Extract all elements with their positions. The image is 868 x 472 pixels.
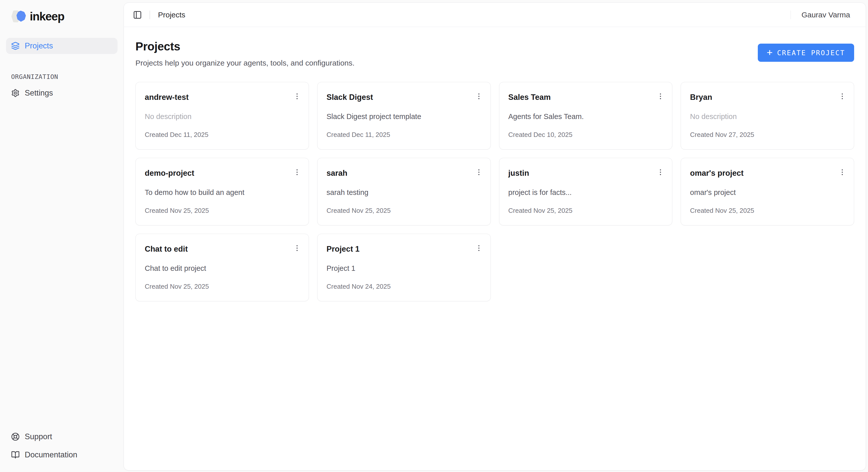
life-buoy-icon xyxy=(11,433,20,441)
project-card[interactable]: Chat to edit Chat to edit project Create… xyxy=(135,234,309,301)
project-card-header: andrew-test xyxy=(145,93,300,102)
page-header-text: Projects Projects help you organize your… xyxy=(135,39,354,67)
project-created-date: Created Nov 25, 2025 xyxy=(508,207,663,215)
project-description: Agents for Sales Team. xyxy=(508,113,663,121)
project-created-date: Created Dec 11, 2025 xyxy=(145,131,300,139)
project-card-header: demo-project xyxy=(145,169,300,178)
sidebar-item-label: Settings xyxy=(25,89,53,98)
project-title: omar's project xyxy=(690,169,743,178)
page-title: Projects xyxy=(135,39,354,53)
project-card[interactable]: Slack Digest Slack Digest project templa… xyxy=(317,82,491,150)
brand-wordmark: inkeep xyxy=(30,9,64,23)
project-created-date: Created Nov 24, 2025 xyxy=(327,283,482,290)
project-menu-button[interactable] xyxy=(473,167,485,178)
topbar-right: Gaurav Varma xyxy=(790,10,850,19)
project-card-header: justin xyxy=(508,169,663,178)
project-menu-button[interactable] xyxy=(837,167,848,178)
project-created-date: Created Dec 10, 2025 xyxy=(508,131,663,139)
project-created-date: Created Nov 25, 2025 xyxy=(690,207,845,215)
sidebar-item-support[interactable]: Support xyxy=(6,429,118,445)
project-created-date: Created Dec 11, 2025 xyxy=(327,131,482,139)
sidebar-item-label: Documentation xyxy=(25,450,78,460)
kebab-menu-icon xyxy=(474,168,483,177)
project-menu-button[interactable] xyxy=(473,243,485,254)
project-created-date: Created Nov 25, 2025 xyxy=(145,283,300,290)
project-card[interactable]: sarah sarah testing Created Nov 25, 2025 xyxy=(317,158,491,225)
kebab-menu-icon xyxy=(656,92,665,101)
project-description: Project 1 xyxy=(327,264,482,273)
project-description: project is for facts... xyxy=(508,188,663,197)
kebab-menu-icon xyxy=(838,168,846,177)
brand-logo[interactable]: inkeep xyxy=(6,7,118,23)
project-title: Chat to edit xyxy=(145,245,188,254)
project-description: Slack Digest project template xyxy=(327,113,482,121)
project-menu-button[interactable] xyxy=(291,167,303,178)
user-menu[interactable]: Gaurav Varma xyxy=(801,10,850,19)
book-open-icon xyxy=(11,450,20,459)
project-description: Chat to edit project xyxy=(145,264,300,273)
project-menu-button[interactable] xyxy=(655,167,666,178)
project-title: andrew-test xyxy=(145,93,189,102)
topbar-divider xyxy=(790,10,791,19)
project-description: No description xyxy=(145,113,300,121)
project-menu-button[interactable] xyxy=(291,243,303,254)
project-card-header: omar's project xyxy=(690,169,845,178)
inkeep-logo-icon xyxy=(10,10,27,23)
project-card-header: Slack Digest xyxy=(327,93,482,102)
kebab-menu-icon xyxy=(474,92,483,101)
project-card[interactable]: Sales Team Agents for Sales Team. Create… xyxy=(499,82,673,150)
project-created-date: Created Nov 27, 2025 xyxy=(690,131,845,139)
sidebar-item-label: Projects xyxy=(25,41,53,51)
project-menu-button[interactable] xyxy=(291,91,303,102)
project-card-header: sarah xyxy=(327,169,482,178)
project-title: Sales Team xyxy=(508,93,551,102)
sidebar-item-documentation[interactable]: Documentation xyxy=(6,447,118,463)
kebab-menu-icon xyxy=(293,92,301,101)
gear-icon xyxy=(11,89,20,97)
project-card[interactable]: justin project is for facts... Created N… xyxy=(499,158,673,225)
project-menu-button[interactable] xyxy=(655,91,666,102)
page-header: Projects Projects help you organize your… xyxy=(135,39,854,67)
project-description: sarah testing xyxy=(327,188,482,197)
kebab-menu-icon xyxy=(656,168,665,177)
project-card[interactable]: demo-project To demo how to build an age… xyxy=(135,158,309,225)
kebab-menu-icon xyxy=(838,92,846,101)
layers-icon xyxy=(11,41,20,50)
project-title: Slack Digest xyxy=(327,93,373,102)
sidebar-toggle-button[interactable] xyxy=(131,9,144,21)
panel-left-icon xyxy=(133,10,142,20)
topbar: Projects Gaurav Varma xyxy=(124,3,866,27)
project-title: Bryan xyxy=(690,93,712,102)
kebab-menu-icon xyxy=(474,244,483,252)
create-project-button[interactable]: + CREATE PROJECT xyxy=(758,43,854,62)
kebab-menu-icon xyxy=(293,168,301,177)
project-card[interactable]: Project 1 Project 1 Created Nov 24, 2025 xyxy=(317,234,491,301)
kebab-menu-icon xyxy=(293,244,301,252)
project-card-header: Chat to edit xyxy=(145,245,300,254)
sidebar: inkeep Projects ORGANIZATION Settings xyxy=(0,0,124,472)
project-title: justin xyxy=(508,169,529,178)
projects-grid: andrew-test No description Created Dec 1… xyxy=(135,82,854,301)
sidebar-item-settings[interactable]: Settings xyxy=(6,85,118,101)
create-project-label: CREATE PROJECT xyxy=(777,49,845,57)
project-card[interactable]: andrew-test No description Created Dec 1… xyxy=(135,82,309,150)
project-card[interactable]: omar's project omar's project Created No… xyxy=(681,158,854,225)
project-card-header: Bryan xyxy=(690,93,845,102)
project-card-header: Sales Team xyxy=(508,93,663,102)
sidebar-section-organization: ORGANIZATION xyxy=(11,73,118,81)
project-title: demo-project xyxy=(145,169,194,178)
topbar-divider xyxy=(150,10,150,19)
breadcrumb: Projects xyxy=(158,10,185,19)
project-description: To demo how to build an agent xyxy=(145,188,300,197)
project-menu-button[interactable] xyxy=(837,91,848,102)
project-description: omar's project xyxy=(690,188,845,197)
project-created-date: Created Nov 25, 2025 xyxy=(145,207,300,215)
project-card[interactable]: Bryan No description Created Nov 27, 202… xyxy=(681,82,854,150)
project-menu-button[interactable] xyxy=(473,91,485,102)
project-card-header: Project 1 xyxy=(327,245,482,254)
sidebar-item-projects[interactable]: Projects xyxy=(6,38,118,54)
project-description: No description xyxy=(690,113,845,121)
project-title: sarah xyxy=(327,169,347,178)
sidebar-footer: Support Documentation xyxy=(6,429,118,463)
content-area: Projects Projects help you organize your… xyxy=(124,27,866,470)
